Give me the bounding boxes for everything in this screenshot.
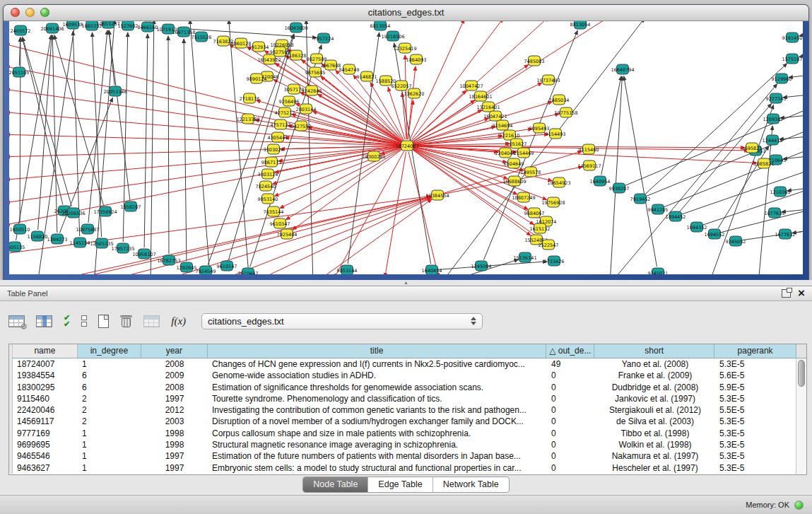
table-cell[interactable]: Estimation of significance thresholds fo… (208, 382, 547, 393)
table-cell[interactable]: 49 (547, 358, 595, 370)
graph-edge[interactable] (601, 76, 621, 175)
table-selector-dropdown[interactable]: citations_edges.txt (201, 313, 483, 329)
table-cell[interactable]: Franke et al. (2009) (595, 370, 715, 381)
table-cell[interactable]: 5.3E-5 (715, 393, 797, 404)
table-row[interactable]: 911546021997Tourette syndrome. Phenomeno… (9, 393, 806, 404)
table-cell[interactable]: 9465546 (13, 450, 78, 462)
table-cell[interactable]: 1 (78, 358, 141, 370)
graph-edge[interactable] (190, 21, 211, 274)
table-cell[interactable]: Jankovic et al. (1997) (595, 393, 715, 404)
table-cell[interactable]: 18724007 (13, 358, 78, 370)
table-cell[interactable]: 1997 (141, 462, 208, 474)
function-icon[interactable]: f(x) (171, 315, 186, 327)
graph-edge[interactable] (16, 35, 52, 240)
table-row[interactable]: 1456911722003Disruption of a novel membe… (9, 416, 806, 427)
table-cell[interactable]: 22420046 (13, 404, 78, 416)
table-cell[interactable]: 5.3E-5 (715, 428, 797, 439)
graph-edge[interactable] (151, 21, 154, 274)
table-cell[interactable]: 9777169 (13, 428, 78, 439)
table-cell[interactable]: 0 (547, 450, 595, 462)
table-cell[interactable]: 2008 (141, 382, 208, 393)
graph-edge[interactable] (614, 84, 777, 274)
table-cell[interactable]: 6 (78, 382, 141, 393)
graph-edge[interactable] (611, 76, 623, 274)
table-cell[interactable]: 5.6E-5 (715, 370, 797, 381)
citation-network-graph[interactable]: 2405572206914061609538106533210653287152… (9, 21, 803, 274)
rows-icon[interactable] (81, 315, 87, 327)
column-header-short[interactable]: short (594, 344, 714, 358)
delete-icon[interactable] (120, 314, 132, 328)
vertical-scrollbar[interactable] (796, 358, 806, 474)
graph-edge[interactable] (711, 105, 774, 274)
table-cell[interactable]: 1 (78, 450, 141, 462)
table-cell[interactable]: 1997 (141, 393, 208, 404)
graph-edge[interactable] (23, 37, 72, 207)
table-cell[interactable]: 19384554 (13, 370, 78, 381)
table-cell[interactable]: Wolkin et al. (1998) (595, 439, 715, 450)
table-cell[interactable]: 5.3E-5 (715, 462, 797, 474)
table-cell[interactable]: 0 (547, 404, 595, 416)
table-cell[interactable]: 0 (547, 370, 595, 381)
table-cell[interactable]: 5.3E-5 (715, 439, 797, 450)
graph-edge[interactable] (216, 198, 430, 274)
table-cell[interactable]: Corpus callosum shape and size in male p… (208, 428, 547, 439)
graph-edge[interactable] (413, 136, 502, 145)
table-cell[interactable]: 18300295 (13, 382, 78, 393)
table-cell[interactable]: Nakamura et al. (1997) (595, 450, 715, 462)
table-cell[interactable]: 0 (547, 393, 595, 404)
graph-edge[interactable] (184, 39, 187, 261)
graph-edge[interactable] (318, 199, 432, 274)
table-cell[interactable]: 1 (78, 439, 141, 450)
table-cell[interactable]: Yano et al. (2008) (595, 358, 715, 370)
table-cell[interactable]: Changes of HCN gene expression and I(f) … (208, 358, 547, 370)
table-cell[interactable]: Hescheler et al. (1997) (595, 462, 715, 474)
select-column-icon[interactable] (36, 315, 52, 327)
table-cell[interactable]: 9115460 (13, 393, 78, 404)
graph-edge[interactable] (20, 37, 20, 223)
table-cell[interactable]: Tourette syndrome. Phenomenology and cla… (208, 393, 547, 404)
table-cell[interactable]: Structural magnetic resonance image aver… (208, 439, 547, 450)
graph-edge[interactable] (273, 147, 401, 184)
table-cell[interactable]: 1 (78, 462, 141, 474)
table-cell[interactable]: Genome-wide association studies in ADHD. (208, 370, 547, 381)
table-cell[interactable]: Tibbo et al. (1998) (595, 428, 715, 439)
table-cell[interactable]: 0 (547, 462, 595, 474)
table-cell[interactable]: 1 (78, 428, 141, 439)
table-cell[interactable]: 1997 (141, 450, 208, 462)
table-cell[interactable]: de Silva et al. (2003) (595, 416, 715, 427)
table-cell[interactable]: 0 (547, 416, 595, 427)
table-cell[interactable]: 5.3E-5 (715, 358, 797, 370)
graph-edge[interactable] (144, 34, 148, 247)
column-header-out-de-[interactable]: △ out_de... (546, 344, 594, 358)
table-cell[interactable]: Investigating the contribution of common… (208, 404, 547, 416)
select-rows-icon[interactable]: ✔✔ (64, 315, 70, 327)
table-row[interactable]: 969969511998Structural magnetic resonanc… (9, 439, 806, 450)
table-cell[interactable]: 5.3E-5 (715, 450, 797, 462)
table-row[interactable]: 946362711997Embryonic stem cells: a mode… (9, 462, 806, 474)
panel-resize-handle[interactable]: ▲ (0, 280, 812, 286)
table-cell[interactable]: 2008 (141, 358, 208, 370)
table-row[interactable]: 946554611997Estimation of the future num… (9, 450, 806, 462)
column-header-year[interactable]: year (141, 344, 208, 358)
table-row[interactable]: 1872400712008Changes of HCN gene express… (9, 358, 806, 370)
table-cell[interactable]: 6 (78, 370, 141, 381)
graph-edge[interactable] (385, 152, 406, 274)
network-graph-canvas[interactable]: 2405572206914061609538106533210653287152… (9, 21, 803, 274)
table-cell[interactable]: 5.5E-5 (715, 404, 797, 416)
column-header-title[interactable]: title (208, 344, 547, 358)
table-cell[interactable]: 2009 (141, 370, 208, 381)
table-cell[interactable]: 2 (78, 416, 141, 427)
table-cell[interactable]: Disruption of a novel member of a sodium… (208, 416, 547, 427)
table-cell[interactable]: 0 (547, 428, 595, 439)
scrollbar-thumb[interactable] (798, 360, 805, 387)
tab-node-table[interactable]: Node Table (303, 477, 367, 492)
graph-edge[interactable] (703, 189, 803, 225)
tab-network-table[interactable]: Network Table (433, 477, 509, 492)
table-cell[interactable]: 2 (78, 393, 141, 404)
tab-edge-table[interactable]: Edge Table (367, 477, 432, 492)
table-cell[interactable]: Estimation of the future numbers of pati… (208, 450, 547, 462)
table-settings-icon[interactable] (8, 315, 25, 327)
table-cell[interactable]: 0 (547, 439, 595, 450)
table-cell[interactable]: 1998 (141, 428, 208, 439)
graph-edge[interactable] (370, 83, 404, 141)
